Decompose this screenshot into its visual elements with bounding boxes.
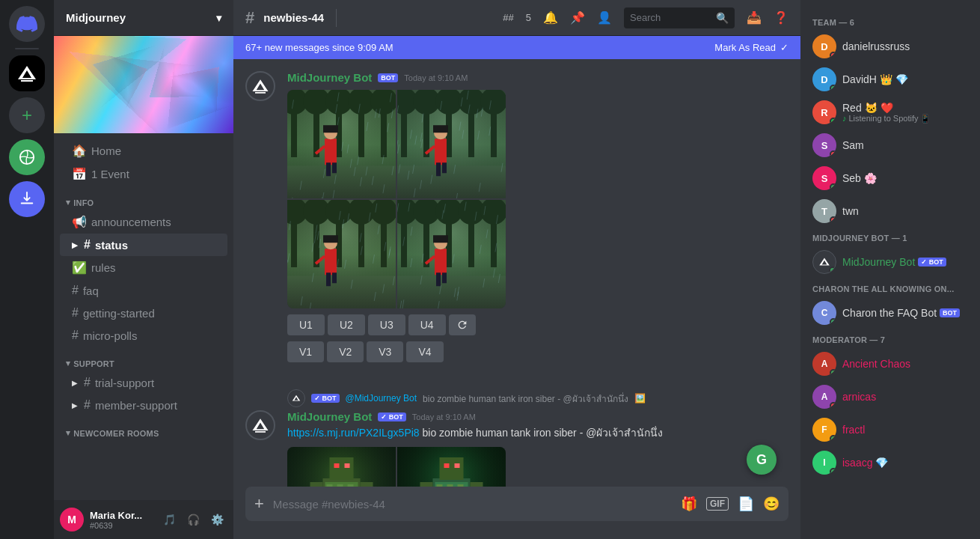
search-input[interactable] — [630, 12, 711, 23]
mj-link[interactable]: https://s.mj.run/PX2ILgx5Pi8 — [287, 427, 420, 439]
member-ancient-chaos[interactable]: A Ancient Chaos — [806, 347, 974, 380]
add-server-button[interactable]: + — [9, 97, 45, 133]
midjourney-server-icon[interactable] — [9, 55, 45, 91]
sticker-button[interactable]: 📄 — [738, 496, 754, 512]
user-info: Maria Kor... #0639 — [90, 510, 153, 530]
charon-bot-badge: BOT — [940, 308, 960, 317]
action-buttons-u: U1 U2 U3 U4 — [287, 314, 788, 335]
emoji-button[interactable]: 😊 — [763, 496, 780, 512]
sidebar-item-rules[interactable]: ✅ rules — [60, 256, 227, 279]
member-name-fractl: fractl — [842, 424, 865, 436]
member-arnicas[interactable]: A arnicas — [806, 380, 974, 413]
boost-icon-davidh: 💎 — [895, 73, 908, 85]
download-apps-button[interactable] — [9, 181, 45, 217]
member-info-twn: twn — [842, 205, 968, 217]
boost-icon-isaacg: 💎 — [875, 457, 888, 469]
refresh-button[interactable] — [449, 314, 476, 335]
status-dot-davidh — [830, 85, 836, 91]
mark-as-read-button[interactable]: Mark As Read ✓ — [714, 42, 788, 53]
sidebar-item-micro-polls[interactable]: # micro-polls — [60, 324, 227, 347]
category-support[interactable]: ▾ SUPPORT — [54, 347, 233, 371]
sidebar-item-announcements[interactable]: 📢 announcements — [60, 210, 227, 234]
category-newcomer[interactable]: ▾ NEWCOMER ROOMS — [54, 416, 233, 441]
bot-notification-preview: ✓ BOT @MidJourney Bot bio zombie human t… — [245, 386, 788, 410]
sidebar-item-faq[interactable]: # faq — [60, 279, 227, 302]
pin-icon[interactable]: 📌 — [570, 10, 585, 25]
discord-home-button[interactable] — [9, 6, 45, 42]
search-box[interactable]: 🔍 — [624, 7, 735, 28]
image-cell-1 — [287, 90, 396, 198]
server-header[interactable]: Midjourney ▾ — [54, 0, 233, 36]
message-input-area: G + 🎁 GIF 📄 😊 — [233, 487, 800, 539]
server-name: Midjourney — [66, 11, 126, 24]
sidebar-item-events[interactable]: 📅 1 Event — [60, 162, 227, 186]
image-cell-3 — [287, 200, 396, 308]
floating-action-button[interactable]: G — [747, 445, 777, 475]
message-group-samurai: MidJourney Bot BOT Today at 9:10 AM — [245, 71, 788, 362]
u1-button[interactable]: U1 — [287, 314, 325, 335]
footer-icons: 🎵 🎧 ⚙️ — [159, 509, 227, 530]
member-name-red: Red — [842, 102, 862, 114]
charon-category: CHARON THE ALL KNOWING ON... — [806, 278, 974, 296]
status-dot-danielrussruss — [830, 52, 836, 58]
rules-icon: ✅ — [72, 261, 87, 275]
avatar-ancient-chaos: A — [812, 352, 836, 376]
notifications-icon[interactable]: 🔔 — [543, 10, 558, 25]
zombie-message-group: MidJourney Bot ✓ BOT Today at 9:10 AM ht… — [245, 410, 788, 487]
gift-button[interactable]: 🎁 — [681, 496, 697, 512]
member-twn[interactable]: T twn — [806, 195, 974, 228]
members-icon[interactable]: 👤 — [597, 10, 612, 25]
sidebar-item-status[interactable]: ▶ # status — [60, 234, 227, 256]
member-info-isaacg: isaacg 💎 — [842, 457, 968, 469]
add-attachment-button[interactable]: + — [254, 487, 264, 521]
member-davidh[interactable]: D DavidH 👑 💎 — [806, 63, 974, 96]
u2-button[interactable]: U2 — [328, 314, 365, 335]
headset-button[interactable]: 🎧 — [183, 509, 203, 530]
member-seb[interactable]: S Seb 🌸 — [806, 162, 974, 195]
message-header-samurai: MidJourney Bot BOT Today at 9:10 AM — [287, 71, 788, 84]
gif-button[interactable]: GIF — [706, 497, 729, 511]
input-icons: 🎁 GIF 📄 😊 — [681, 496, 780, 512]
sidebar-item-member-support[interactable]: ▶ # member-support — [60, 394, 227, 416]
v3-button[interactable]: V3 — [367, 341, 403, 362]
member-danielrussruss[interactable]: D danielrussruss — [806, 30, 974, 63]
member-midjourneybot[interactable]: MidJourney Bot ✓ BOT — [806, 246, 974, 278]
member-sam[interactable]: S Sam — [806, 129, 974, 162]
settings-button[interactable]: ⚙️ — [206, 509, 227, 530]
help-icon[interactable]: ❓ — [774, 10, 788, 25]
v4-button[interactable]: V4 — [406, 341, 443, 362]
status-dot-ancient — [830, 369, 836, 376]
boost-icon-red: 🐱 — [865, 102, 878, 114]
microphone-button[interactable]: 🎵 — [159, 509, 180, 530]
member-fractl[interactable]: F fractl — [806, 413, 974, 446]
preview-prompt: bio zombie human tank iron siber - @ผัวเ… — [423, 392, 628, 406]
sidebar-item-trial-support[interactable]: ▶ # trial-support — [60, 371, 227, 394]
member-red[interactable]: R Red 🐱 ❤️ ♪ Listening to Spotify 📱 — [806, 96, 974, 129]
home-icon: 🏠 — [72, 144, 87, 158]
message-input[interactable] — [273, 490, 672, 519]
v1-button[interactable]: V1 — [287, 341, 324, 362]
channel-hash-icon: # — [245, 8, 254, 28]
avatar-danielrussruss: D — [812, 34, 836, 58]
heart-icon-red: ❤️ — [881, 102, 893, 114]
sidebar-item-home[interactable]: 🏠 Home — [60, 139, 227, 162]
explore-servers-button[interactable] — [9, 139, 45, 175]
collapse-icon: ▾ — [66, 198, 70, 207]
member-isaacg[interactable]: I isaacg 💎 — [806, 446, 974, 479]
category-info[interactable]: ▾ INFO — [54, 186, 233, 210]
status-dot-twn — [830, 216, 836, 223]
v2-button[interactable]: V2 — [327, 341, 364, 362]
bot-badge-small: ✓ BOT — [311, 394, 340, 403]
preview-mention: @MidJourney Bot — [346, 393, 417, 404]
sidebar-item-getting-started[interactable]: # getting-started — [60, 302, 227, 324]
u4-button[interactable]: U4 — [408, 314, 446, 335]
u3-button[interactable]: U3 — [368, 314, 405, 335]
chat-header: # newbies-44 ## 5 🔔 📌 👤 🔍 📥 ❓ — [233, 0, 800, 36]
member-charonfaqbot[interactable]: C Charon the FAQ Bot BOT — [806, 296, 974, 329]
spotify-icon: 📱 — [920, 114, 931, 124]
inbox-icon[interactable]: 📥 — [747, 10, 762, 25]
action-buttons-v: V1 V2 V3 V4 — [287, 341, 788, 362]
avatar-sam: S — [812, 133, 836, 157]
member-info-fractl: fractl — [842, 424, 968, 436]
member-info-sam: Sam — [842, 139, 968, 151]
